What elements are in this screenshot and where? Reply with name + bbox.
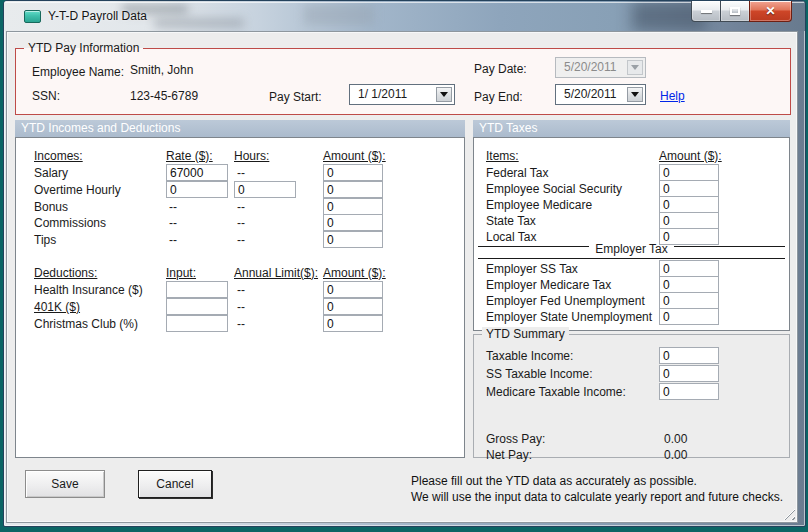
taxable-income-input[interactable] <box>659 347 719 364</box>
dialog-body: YTD Pay Information Employee Name: Smith… <box>6 31 798 523</box>
row-label: Commissions <box>34 216 166 230</box>
table-row: Bonus -- -- <box>16 198 464 215</box>
commissions-amount-input[interactable] <box>323 214 383 231</box>
row-label: Medicare Taxable Income: <box>486 385 659 399</box>
app-icon <box>24 10 41 23</box>
table-row: Commissions -- -- <box>16 214 464 231</box>
christmas-club-amount-input[interactable] <box>323 315 383 332</box>
bonus-amount-input[interactable] <box>323 198 383 215</box>
overtime-amount-input[interactable] <box>323 181 383 198</box>
titlebar-glass-reflection <box>304 5 374 25</box>
table-row: Medicare Taxable Income: <box>474 383 789 400</box>
footer-note: Please fill out the YTD data as accurate… <box>411 473 783 505</box>
pay-start-dropdown[interactable]: 1/ 1/2011 <box>349 84 455 105</box>
employee-social-security-amount-input[interactable] <box>659 180 719 197</box>
table-row: Federal Tax <box>474 164 789 181</box>
net-pay-label: Net Pay: <box>486 448 659 462</box>
row-label: Taxable Income: <box>486 349 659 363</box>
employer-fed-unemployment-amount-input[interactable] <box>659 292 719 309</box>
overtime-hours-input[interactable] <box>234 181 296 198</box>
payroll-dialog-window: Y-T-D Payroll Data ✕ YTD Pay Information… <box>3 0 806 527</box>
row-label: Health Insurance ($) <box>34 283 166 297</box>
incomes-section-header: YTD Incomes and Deductions <box>15 120 465 137</box>
maximize-button[interactable] <box>720 1 750 22</box>
table-row: Taxable Income: <box>474 347 789 364</box>
row-label: Federal Tax <box>486 166 659 180</box>
incomes-panel: Incomes: Rate ($): Hours: Amount ($): Sa… <box>15 137 465 458</box>
overtime-rate-input[interactable] <box>166 181 228 198</box>
medicare-taxable-income-input[interactable] <box>659 383 719 400</box>
pay-date-label: Pay Date: <box>474 62 527 76</box>
k401-link[interactable]: 401K ($) <box>34 300 166 314</box>
employer-ss-tax-amount-input[interactable] <box>659 260 719 277</box>
health-insurance-amount-input[interactable] <box>323 281 383 298</box>
net-pay-value: 0.00 <box>659 448 789 462</box>
row-label: Salary <box>34 166 166 180</box>
row-label: State Tax <box>486 214 659 228</box>
cancel-button[interactable]: Cancel <box>138 470 212 498</box>
k401-amount-input[interactable] <box>323 298 383 315</box>
na-dash: -- <box>166 200 234 214</box>
row-label: Employer SS Tax <box>486 262 659 276</box>
salary-rate-input[interactable] <box>166 164 228 181</box>
incomes-header-row: Incomes: Rate ($): Hours: Amount ($): <box>16 147 464 164</box>
employee-medicare-amount-input[interactable] <box>659 196 719 213</box>
employer-medicare-tax-amount-input[interactable] <box>659 276 719 293</box>
row-label: Christmas Club (%) <box>34 317 166 331</box>
taxes-section-header: YTD Taxes <box>473 120 790 137</box>
na-dash: -- <box>234 216 323 230</box>
na-dash: -- <box>166 216 234 230</box>
table-row: Employee Medicare <box>474 196 789 213</box>
pay-date-dropdown: 5/20/2011 <box>555 57 646 78</box>
ss-taxable-income-input[interactable] <box>659 365 719 382</box>
table-row: Employer State Unemployment <box>474 308 789 325</box>
window-controls: ✕ <box>692 1 792 23</box>
salary-amount-input[interactable] <box>323 164 383 181</box>
chevron-down-icon <box>440 92 448 97</box>
pay-end-dropdown-button[interactable] <box>627 87 643 102</box>
health-insurance-input[interactable] <box>166 281 228 298</box>
row-label: Employer State Unemployment <box>486 310 659 324</box>
k401-input[interactable] <box>166 298 228 315</box>
table-row: Health Insurance ($) -- <box>16 281 464 298</box>
window-title: Y-T-D Payroll Data <box>48 9 147 23</box>
close-button[interactable]: ✕ <box>749 1 792 22</box>
employer-tax-divider: Employer Tax <box>478 242 785 259</box>
employer-tax-heading: Employer Tax <box>589 242 673 256</box>
group-label: YTD Summary <box>482 327 569 341</box>
ssn-value: 123-45-6789 <box>130 89 198 103</box>
save-button[interactable]: Save <box>25 470 105 498</box>
net-pay-row: Net Pay: 0.00 <box>474 446 789 463</box>
row-label: Employee Medicare <box>486 198 659 212</box>
row-label: Employee Social Security <box>486 182 659 196</box>
row-label: Employer Medicare Tax <box>486 278 659 292</box>
table-row: Employer Medicare Tax <box>474 276 789 293</box>
christmas-club-input[interactable] <box>166 315 228 332</box>
gross-pay-value: 0.00 <box>659 432 789 446</box>
taxes-panel: Items: Amount ($): Federal Tax Employee … <box>473 137 790 331</box>
pay-start-dropdown-button[interactable] <box>436 87 452 102</box>
gross-pay-label: Gross Pay: <box>486 432 659 446</box>
row-label: Bonus <box>34 200 166 214</box>
row-label: Tips <box>34 233 166 247</box>
table-row: SS Taxable Income: <box>474 365 789 382</box>
minimize-button[interactable] <box>691 1 721 22</box>
state-tax-amount-input[interactable] <box>659 212 719 229</box>
federal-tax-amount-input[interactable] <box>659 164 719 181</box>
na-dash: -- <box>234 233 323 247</box>
group-label: YTD Pay Information <box>24 41 143 55</box>
na-dash: -- <box>234 283 323 297</box>
employee-name-value: Smith, John <box>130 63 193 77</box>
row-label: Employer Fed Unemployment <box>486 294 659 308</box>
window-titlebar[interactable]: Y-T-D Payroll Data <box>4 1 805 31</box>
chevron-down-icon <box>631 92 639 97</box>
taxes-header-row: Items: Amount ($): <box>474 147 789 164</box>
pay-date-value: 5/20/2011 <box>564 58 617 77</box>
help-link[interactable]: Help <box>660 89 685 103</box>
ytd-summary-group: YTD Summary Taxable Income: SS Taxable I… <box>473 334 790 458</box>
footer-note-line1: Please fill out the YTD data as accurate… <box>411 473 783 489</box>
tips-amount-input[interactable] <box>323 231 383 248</box>
pay-end-dropdown[interactable]: 5/20/2011 <box>555 84 646 105</box>
employer-state-unemployment-amount-input[interactable] <box>659 308 719 325</box>
resize-grip[interactable] <box>782 507 795 520</box>
